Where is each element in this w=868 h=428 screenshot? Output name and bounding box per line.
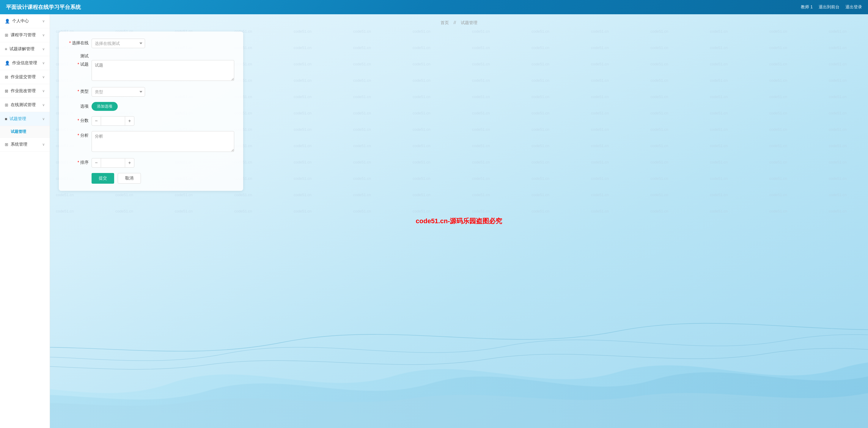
chevron-icon-personal: ∨ (42, 19, 45, 23)
online-test-icon: ⊞ (5, 102, 8, 107)
add-option-button[interactable]: 添加选项 (92, 102, 118, 111)
label-type: 类型 (68, 87, 89, 94)
top-header: 平面设计课程在线学习平台系统 教师 1 退出到前台 退出登录 (0, 0, 868, 14)
sidebar-item-system[interactable]: ⊞ 系统管理 ∨ (0, 137, 50, 152)
label-analysis: 分析 (68, 131, 89, 138)
logout-button[interactable]: 退出登录 (845, 4, 862, 10)
header-right: 教师 1 退出到前台 退出登录 (801, 4, 862, 10)
analysis-input[interactable] (92, 131, 234, 152)
person-icon-hw: 👤 (5, 61, 10, 65)
list-icon-exercise: ≡ (5, 47, 7, 52)
score-input-group: − + (92, 116, 234, 126)
form-row-question: 试题 (68, 60, 234, 82)
question-mgmt-icon: ■ (5, 117, 7, 121)
score-input[interactable] (101, 116, 125, 126)
sidebar-item-homework-submit[interactable]: ⊠ 作业提交管理 ∨ (0, 70, 50, 84)
page-content: 首页 // 试题管理 选择在线 选择在线测试 (50, 14, 868, 197)
chevron-icon-hw-review: ∨ (42, 89, 45, 93)
score-increment-button[interactable]: + (125, 116, 134, 126)
question-input[interactable] (92, 60, 234, 81)
sidebar-item-course-learn[interactable]: ⊞ 课程学习管理 ∨ (0, 28, 50, 42)
rank-input[interactable] (101, 158, 125, 167)
sidebar-item-homework-info[interactable]: 👤 作业信息管理 ∨ (0, 56, 50, 70)
sidebar-item-exercise[interactable]: ≡ 试题讲解管理 ∨ (0, 42, 50, 56)
label-rank: 排序 (68, 158, 89, 165)
main-layout: 👤 个人中心 ∨ ⊞ 课程学习管理 ∨ ≡ 试题讲解管理 ∨ 👤 作业信息管理 … (0, 14, 868, 428)
form-row-score: 分数 − + (68, 116, 234, 126)
form-actions: 提交 取消 (92, 173, 234, 184)
label-score: 分数 (68, 116, 89, 123)
chevron-icon-hw-info: ∨ (42, 61, 45, 65)
submit-button[interactable]: 提交 (92, 173, 114, 184)
type-select[interactable]: 类型 (92, 87, 145, 97)
label-question: 试题 (68, 60, 89, 67)
submit-icon: ⊠ (5, 74, 8, 79)
breadcrumb-separator: // (454, 20, 456, 25)
rank-input-group: − + (92, 158, 234, 167)
content-area: // Generate watermark grid const overlay… (50, 14, 868, 428)
sidebar-sub-item-question-manage[interactable]: 试题管理 (0, 126, 50, 137)
label-test: 测试 (68, 54, 89, 59)
options-control: 添加选项 (92, 102, 234, 111)
chevron-icon-exercise: ∨ (42, 47, 45, 51)
form-row-type: 类型 类型 (68, 87, 234, 97)
rank-control: − + (92, 158, 234, 167)
question-control (92, 60, 234, 82)
app-title: 平面设计课程在线学习平台系统 (6, 4, 81, 11)
score-decrement-button[interactable]: − (92, 116, 101, 126)
score-control: − + (92, 116, 234, 126)
sidebar-item-homework-review[interactable]: ⊠ 作业批改管理 ∨ (0, 84, 50, 98)
breadcrumb: 首页 // 试题管理 (59, 20, 859, 26)
form-row-rank: 排序 − + (68, 158, 234, 167)
sidebar: 👤 个人中心 ∨ ⊞ 课程学习管理 ∨ ≡ 试题讲解管理 ∨ 👤 作业信息管理 … (0, 14, 50, 428)
select-online-control: 选择在线测试 (92, 39, 234, 48)
form-row-analysis: 分析 (68, 131, 234, 153)
form-card: 选择在线 选择在线测试 测试 试题 (59, 31, 243, 191)
label-select-online: 选择在线 (68, 39, 89, 46)
form-row-options: 选项 添加选项 (68, 102, 234, 111)
chevron-icon-hw-submit: ∨ (42, 75, 45, 79)
person-icon: 👤 (5, 19, 10, 24)
form-row-test: 测试 (68, 54, 234, 59)
breadcrumb-current: 试题管理 (461, 20, 477, 25)
chevron-icon-question: ∨ (42, 117, 45, 121)
sidebar-item-online-test[interactable]: ⊞ 在线测试管理 ∨ (0, 98, 50, 112)
sidebar-item-personal[interactable]: 👤 个人中心 ∨ (0, 14, 50, 28)
grid-icon-course: ⊞ (5, 33, 8, 37)
user-label: 教师 1 (801, 4, 813, 10)
breadcrumb-home[interactable]: 首页 (440, 20, 449, 25)
cancel-button[interactable]: 取消 (118, 173, 141, 184)
back-to-front-button[interactable]: 退出到前台 (819, 4, 839, 10)
type-control: 类型 (92, 87, 234, 97)
rank-increment-button[interactable]: + (125, 158, 134, 167)
form-row-select-online: 选择在线 选择在线测试 (68, 39, 234, 48)
select-online-input[interactable]: 选择在线测试 (92, 39, 145, 48)
chevron-icon-course: ∨ (42, 33, 45, 37)
chevron-icon-system: ∨ (42, 142, 45, 147)
review-icon: ⊠ (5, 89, 8, 93)
rank-decrement-button[interactable]: − (92, 158, 101, 167)
system-icon: ⊞ (5, 142, 8, 147)
sidebar-item-question-mgmt[interactable]: ■ 试题管理 ∨ (0, 112, 50, 126)
analysis-control (92, 131, 234, 153)
sub-item-label-question: 试题管理 (11, 129, 26, 134)
label-options: 选项 (68, 102, 89, 109)
chevron-icon-online-test: ∨ (42, 103, 45, 107)
